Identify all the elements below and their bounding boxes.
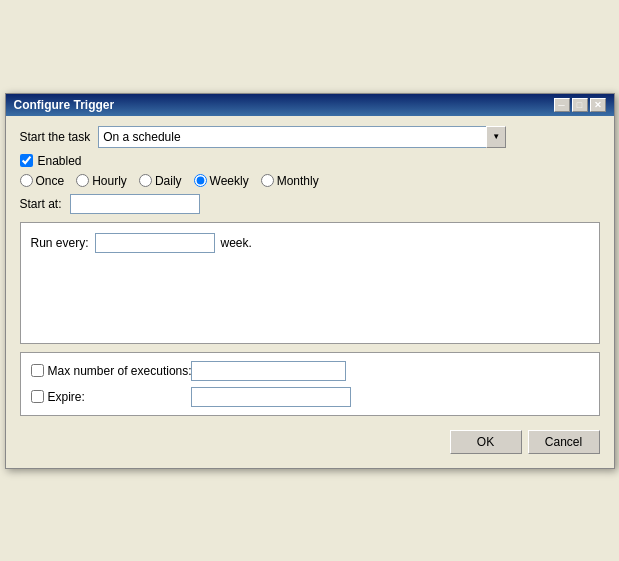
title-bar-buttons: ─ □ ✕ bbox=[554, 98, 606, 112]
weekly-radio-item: Weekly bbox=[194, 174, 249, 188]
max-executions-row: Max number of executions: 1 bbox=[31, 361, 589, 381]
weekly-radio[interactable] bbox=[194, 174, 207, 187]
run-every-row: Run every: 1 week. bbox=[31, 233, 589, 253]
start-at-row: Start at: 15/05/2014 15:54:37 bbox=[20, 194, 600, 214]
run-every-unit: week. bbox=[221, 236, 252, 250]
run-every-input[interactable]: 1 bbox=[95, 233, 215, 253]
dialog-title: Configure Trigger bbox=[14, 98, 115, 112]
hourly-label: Hourly bbox=[92, 174, 127, 188]
ok-button[interactable]: OK bbox=[450, 430, 522, 454]
daily-label: Daily bbox=[155, 174, 182, 188]
start-task-select[interactable]: On a schedule At log on At startup On id… bbox=[98, 126, 506, 148]
once-radio[interactable] bbox=[20, 174, 33, 187]
max-executions-input[interactable]: 1 bbox=[191, 361, 346, 381]
panel-spacer bbox=[31, 253, 589, 333]
monthly-radio-item: Monthly bbox=[261, 174, 319, 188]
start-task-dropdown-wrap: On a schedule At log on At startup On id… bbox=[98, 126, 506, 148]
expire-row: Expire: 15/05/2014 15:55:37 bbox=[31, 387, 589, 407]
close-button[interactable]: ✕ bbox=[590, 98, 606, 112]
hourly-radio[interactable] bbox=[76, 174, 89, 187]
run-every-label: Run every: bbox=[31, 236, 89, 250]
max-executions-label-wrap: Max number of executions: bbox=[31, 364, 191, 378]
enabled-label: Enabled bbox=[38, 154, 82, 168]
start-at-label: Start at: bbox=[20, 197, 62, 211]
hourly-radio-item: Hourly bbox=[76, 174, 127, 188]
expire-input[interactable]: 15/05/2014 15:55:37 bbox=[191, 387, 351, 407]
expire-label-wrap: Expire: bbox=[31, 390, 191, 404]
minimize-button[interactable]: ─ bbox=[554, 98, 570, 112]
configure-trigger-dialog: Configure Trigger ─ □ ✕ Start the task O… bbox=[5, 93, 615, 469]
title-bar: Configure Trigger ─ □ ✕ bbox=[6, 94, 614, 116]
weekly-label: Weekly bbox=[210, 174, 249, 188]
dialog-body: Start the task On a schedule At log on A… bbox=[6, 116, 614, 468]
daily-radio[interactable] bbox=[139, 174, 152, 187]
expire-label: Expire: bbox=[48, 390, 85, 404]
max-executions-checkbox[interactable] bbox=[31, 364, 44, 377]
expire-checkbox[interactable] bbox=[31, 390, 44, 403]
start-task-row: Start the task On a schedule At log on A… bbox=[20, 126, 600, 148]
start-task-label: Start the task bbox=[20, 130, 91, 144]
max-executions-label: Max number of executions: bbox=[48, 364, 192, 378]
monthly-label: Monthly bbox=[277, 174, 319, 188]
dropdown-arrow-icon[interactable]: ▼ bbox=[486, 126, 506, 148]
start-at-input[interactable]: 15/05/2014 15:54:37 bbox=[70, 194, 200, 214]
enabled-row: Enabled bbox=[20, 154, 600, 168]
daily-radio-item: Daily bbox=[139, 174, 182, 188]
schedule-radio-row: Once Hourly Daily Weekly Monthly bbox=[20, 174, 600, 188]
main-schedule-panel: Run every: 1 week. bbox=[20, 222, 600, 344]
button-row: OK Cancel bbox=[20, 424, 600, 458]
start-task-dropdown-container: On a schedule At log on At startup On id… bbox=[98, 126, 599, 148]
once-radio-item: Once bbox=[20, 174, 65, 188]
bottom-options-panel: Max number of executions: 1 Expire: 15/0… bbox=[20, 352, 600, 416]
once-label: Once bbox=[36, 174, 65, 188]
enabled-checkbox[interactable] bbox=[20, 154, 33, 167]
maximize-button[interactable]: □ bbox=[572, 98, 588, 112]
monthly-radio[interactable] bbox=[261, 174, 274, 187]
cancel-button[interactable]: Cancel bbox=[528, 430, 600, 454]
